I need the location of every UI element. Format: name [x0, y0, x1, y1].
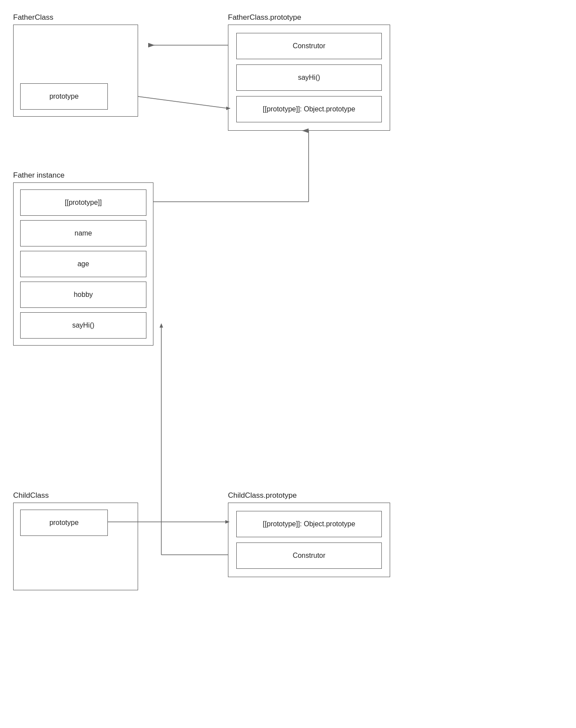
- father-instance-box-0: [[prototype]]: [20, 189, 146, 216]
- father-prototype-box-1: sayHi(): [236, 64, 382, 91]
- father-instance-outer-box: [[prototype]] name age hobby sayHi(): [13, 182, 153, 346]
- child-class-label: ChildClass: [13, 491, 138, 500]
- diagram-container: FatherClass prototype FatherClass.protot…: [0, 0, 576, 728]
- child-class-prototype-box: prototype: [20, 510, 108, 536]
- child-prototype-label: ChildClass.prototype: [228, 491, 390, 500]
- child-prototype-box-0: [[prototype]]: Object.prototype: [236, 511, 382, 537]
- father-class-prototype-box: prototype: [20, 83, 108, 110]
- father-instance-box-2: age: [20, 251, 146, 277]
- child-class-outer-box: prototype: [13, 503, 138, 590]
- father-instance-box-1: name: [20, 220, 146, 246]
- father-prototype-box-0: Construtor: [236, 33, 382, 59]
- father-instance-label: Father instance: [13, 171, 153, 180]
- father-instance-box-3: hobby: [20, 282, 146, 308]
- father-instance-group: Father instance [[prototype]] name age h…: [13, 171, 153, 346]
- father-prototype-outer-box: Construtor sayHi() [[prototype]]: Object…: [228, 25, 390, 131]
- father-instance-box-4: sayHi(): [20, 312, 146, 339]
- child-prototype-group: ChildClass.prototype [[prototype]]: Obje…: [228, 491, 390, 577]
- father-prototype-label: FatherClass.prototype: [228, 13, 390, 22]
- father-prototype-box-2: [[prototype]]: Object.prototype: [236, 96, 382, 122]
- father-prototype-group: FatherClass.prototype Construtor sayHi()…: [228, 13, 390, 131]
- father-class-outer-box: prototype: [13, 25, 138, 117]
- child-class-group: ChildClass prototype: [13, 491, 138, 590]
- father-class-label: FatherClass: [13, 13, 138, 22]
- arrow-fatherclass-to-prototype: [138, 96, 228, 108]
- child-prototype-outer-box: [[prototype]]: Object.prototype Construt…: [228, 503, 390, 577]
- arrowhead-child-to-instance: [160, 323, 163, 328]
- father-class-group: FatherClass prototype: [13, 13, 138, 117]
- child-prototype-box-1: Construtor: [236, 542, 382, 569]
